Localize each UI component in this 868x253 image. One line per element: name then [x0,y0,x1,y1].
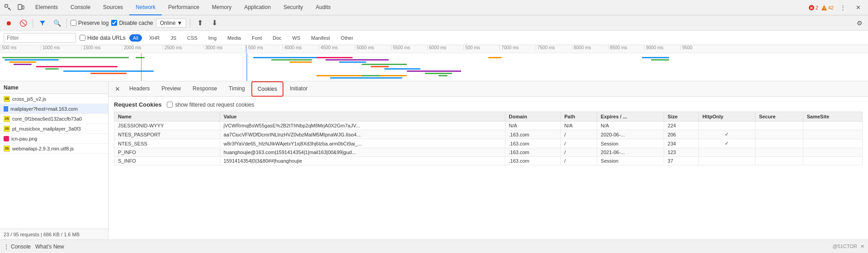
request-item[interactable]: JS pt_musicbox_mailplayer_3a0f3 [0,124,108,134]
filter-tag-doc[interactable]: Doc [269,34,285,42]
col-samesite[interactable]: SameSite [803,112,862,122]
net-bar [371,66,389,67]
filter-tag-img[interactable]: Img [205,34,220,42]
device-toggle-button[interactable] [14,1,27,14]
net-bar [384,68,420,70]
col-name[interactable]: Name [114,112,220,122]
tab-headers[interactable]: Headers [124,81,155,97]
net-bar [362,75,380,76]
settings-button[interactable]: ⚙ [854,17,865,29]
console-button[interactable]: ⋮ Console [4,244,31,250]
request-item[interactable]: JS cross_js5_v2.js [0,94,108,104]
svg-text:✕: ✕ [810,6,813,10]
request-item[interactable]: JS webmailapi-2.9.3.min.utf8.js [0,144,108,154]
filter-tag-manifest[interactable]: Manifest [307,34,334,42]
tab-initiator[interactable]: Initiator [284,81,313,97]
disable-cache-checkbox[interactable] [111,20,117,26]
timeline-marker [246,45,246,53]
tab-response[interactable]: Response [187,81,222,97]
export-har-button[interactable]: ⬇ [208,17,220,29]
requests-list[interactable]: JS cross_js5_v2.js mailplayer?host=mail.… [0,94,108,229]
record-button[interactable]: ⏺ [3,17,14,29]
ruler-tick: 8000 ms [572,45,608,50]
tab-console[interactable]: Console [64,0,97,15]
net-bar [136,57,145,58]
tab-memory[interactable]: Memory [206,0,238,15]
col-value[interactable]: Value [220,112,505,122]
request-item[interactable]: mailplayer?host=mail.163.com [0,104,108,114]
timeline-position-marker [246,53,247,81]
filter-tag-media[interactable]: Media [224,34,245,42]
net-bar [289,61,312,63]
tab-cookies[interactable]: Cookies [251,81,283,97]
doc-icon [4,106,8,112]
close-icon[interactable]: ✕ [860,244,864,249]
col-httponly[interactable]: HttpOnly [698,112,755,122]
net-bar [651,59,669,61]
tab-network[interactable]: Network [129,0,162,15]
col-size[interactable]: Size [664,112,698,122]
tab-audits[interactable]: Audits [309,0,337,15]
table-row[interactable]: NTES_PASSPORTaa7CiucVFWDfDcmrINLlnzHVZ0v… [114,130,863,139]
ruler-tick: 4000 ms [283,45,319,50]
col-secure[interactable]: Secure [755,112,803,122]
filter-row: Hide data URLs All XHR JS CSS Img Media … [0,31,868,45]
net-bar [14,64,32,65]
col-domain[interactable]: Domain [505,112,561,122]
table-row[interactable]: NTES_SESSw8r3fYaVde65_hfzNJIkWAjetxY1xj8… [114,139,863,148]
ruler-tick: 2500 ms [163,45,203,50]
request-item[interactable]: icn-pau.png [0,134,108,144]
tab-performance[interactable]: Performance [162,0,206,15]
col-path[interactable]: Path [561,112,597,122]
col-expires[interactable]: Expires / ... [597,112,664,122]
error-icon: ✕ [808,5,815,11]
disable-cache-label[interactable]: Disable cache [111,20,153,26]
show-filtered-label[interactable]: show filtered out request cookies [167,102,254,108]
tab-security[interactable]: Security [277,0,309,15]
ruler-tick: 3000 ms [203,45,244,50]
ruler-tick: 5500 ms [391,45,427,50]
filter-tag-xhr[interactable]: XHR [146,34,163,42]
request-item[interactable]: JS core_0f1beac6ed132accfb73a0 [0,114,108,124]
tab-application[interactable]: Application [238,0,277,15]
search-button[interactable]: 🔍 [51,17,63,29]
inspect-element-button[interactable] [2,1,14,14]
ruler-tick: 500 ms [0,45,41,50]
preserve-log-label[interactable]: Preserve log [71,20,108,26]
filter-tag-css[interactable]: CSS [184,34,201,42]
hide-data-urls-label[interactable]: Hide data URLs [80,35,126,41]
filter-tag-all[interactable]: All [129,34,142,42]
preserve-log-checkbox[interactable] [71,20,76,26]
filter-button[interactable] [37,17,48,29]
timeline-ruler: 500 ms 1000 ms 1500 ms 2000 ms 2500 ms 3… [0,45,868,53]
net-bar [362,64,407,65]
devtools-icons [0,1,29,14]
close-detail-button[interactable]: ✕ [112,84,123,94]
timeline-red-marker [141,53,142,81]
hide-data-urls-checkbox[interactable] [80,35,85,41]
toolbar-divider-3 [190,19,190,28]
net-bar [253,57,326,58]
tab-preview[interactable]: Preview [156,81,186,97]
net-bar [316,57,353,58]
filter-tag-js[interactable]: JS [167,34,180,42]
table-row[interactable]: P_INFOhuanghoujie@163.com|1591414354|1|m… [114,148,863,157]
more-options-button[interactable]: ⋮ [836,1,849,14]
filter-input[interactable] [4,33,76,43]
clear-button[interactable]: 🚫 [17,17,29,29]
funnel-icon [39,20,46,26]
whatsnew-button[interactable]: What's New [35,244,64,250]
show-filtered-checkbox[interactable] [167,102,173,108]
filter-tag-other[interactable]: Other [337,34,357,42]
throttle-dropdown[interactable]: Online ▼ [156,19,187,28]
filter-tag-ws[interactable]: WS [289,34,304,42]
tab-elements[interactable]: Elements [29,0,64,15]
table-row[interactable]: S_INFO1591414354|0|3&80##|huanghoujie.16… [114,157,863,165]
ruler-tick: 1000 ms [41,45,81,50]
tab-timing[interactable]: Timing [223,81,250,97]
table-row[interactable]: JSESSIONID-WYYYjVCWRrmqBsW55gasE%2B2tThN… [114,122,863,130]
import-har-button[interactable]: ⬆ [194,17,206,29]
filter-tag-font[interactable]: Font [248,34,265,42]
tab-sources[interactable]: Sources [97,0,129,15]
close-devtools-button[interactable]: ✕ [852,1,864,14]
